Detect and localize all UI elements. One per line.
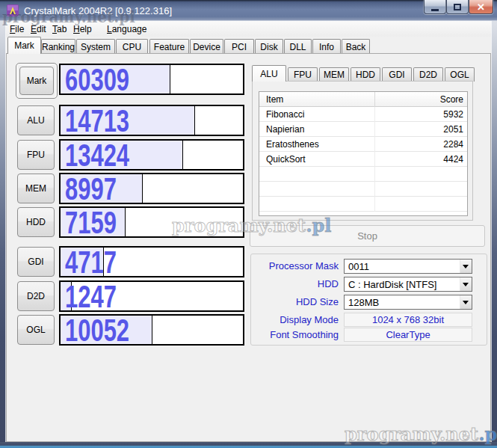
mark-button-focus-ring: Mark [16, 63, 58, 99]
table-row: Eratosthenes2284 [259, 137, 467, 152]
table-row: QuickSort4424 [259, 152, 467, 167]
col-item: Item [266, 94, 283, 105]
processor-mask-value: 0011 [348, 261, 369, 272]
row-score: 2284 [443, 139, 463, 150]
font-smoothing-label: Font Smoothing [251, 329, 339, 340]
dropdown-arrow-icon [460, 295, 472, 309]
row-score: 2051 [443, 124, 463, 135]
tab-pci[interactable]: PCI [224, 39, 254, 54]
mem-score-value: 8997 [65, 174, 117, 203]
gdi-score-bar: 4717 [59, 246, 244, 277]
hdd-button[interactable]: HDD [17, 207, 55, 237]
menu-file[interactable]: File [10, 24, 24, 34]
mark-score-value: 60309 [65, 65, 129, 93]
column-separator [374, 92, 375, 107]
column-separator [374, 197, 375, 212]
tab-dll[interactable]: DLL [284, 39, 312, 54]
close-button[interactable]: ✕ [469, 0, 493, 14]
itab-gdi[interactable]: GDI [382, 67, 412, 82]
alu-button[interactable]: ALU [17, 105, 55, 135]
itab-mem[interactable]: MEM [319, 67, 349, 82]
menu-edit[interactable]: Edit [31, 24, 46, 34]
hdd-size-value: 128MB [348, 297, 379, 308]
tab-device[interactable]: Device [190, 39, 223, 54]
d2d-score-value: 1247 [65, 282, 117, 310]
itab-ogl[interactable]: OGL [445, 67, 475, 82]
column-separator [374, 107, 375, 122]
tab-cpu[interactable]: CPU [116, 39, 148, 54]
menu-help[interactable]: Help [73, 24, 92, 34]
gdi-button[interactable]: GDI [17, 247, 55, 277]
itab-fpu[interactable]: FPU [288, 67, 318, 82]
row-item: Eratosthenes [266, 139, 319, 150]
tab-ranking[interactable]: Ranking [41, 39, 75, 54]
ogl-score-value: 10052 [65, 316, 129, 344]
menu-tab[interactable]: Tab [52, 24, 67, 34]
column-separator [374, 167, 375, 182]
column-separator [374, 182, 375, 197]
table-row-empty [259, 167, 467, 182]
tab-system[interactable]: System [76, 39, 115, 54]
menu-language[interactable]: Language [107, 24, 146, 34]
fpu-button[interactable]: FPU [17, 140, 55, 170]
mem-button[interactable]: MEM [17, 174, 55, 203]
hdd-size-combo[interactable]: 128MB [344, 295, 472, 310]
processor-mask-label: Processor Mask [251, 260, 339, 271]
window-title: CrystalMark 2004R2 [0.9.122.316] [24, 5, 172, 16]
alu-score-bar: 14713 [59, 105, 244, 136]
hdd-value: C : HardDisk [NTFS] [348, 279, 436, 290]
hdd-score-bar: 7159 [59, 206, 244, 238]
tab-back[interactable]: Back [342, 39, 370, 54]
column-separator [374, 122, 375, 137]
table-row: Napierian2051 [259, 122, 467, 137]
mark-button[interactable]: Mark [19, 67, 54, 95]
titlebar: CrystalMark 2004R2 [0.9.122.316] ✕ [0, 0, 497, 21]
d2d-score-bar: 1247 [59, 280, 244, 312]
hdd-label: HDD [251, 278, 339, 289]
row-item: Fibonacci [266, 109, 304, 120]
dropdown-arrow-icon [460, 277, 472, 291]
row-item: QuickSort [266, 154, 306, 165]
hdd-score-value: 7159 [65, 208, 117, 236]
window-frame-left [0, 21, 6, 442]
column-separator [374, 137, 375, 152]
maximize-button[interactable] [446, 0, 469, 14]
fpu-score-bar: 13424 [59, 139, 244, 171]
mark-score-bar: 60309 [59, 64, 244, 95]
font-smoothing-value: ClearType [344, 328, 472, 342]
ogl-button[interactable]: OGL [17, 315, 55, 345]
tab-mark[interactable]: Mark [7, 37, 41, 54]
itab-d2d[interactable]: D2D [413, 67, 443, 82]
settings-groupbox: Processor Mask 0011 HDD C : HardDisk [NT… [250, 254, 487, 346]
tab-disk[interactable]: Disk [255, 39, 283, 54]
minimize-icon [431, 9, 439, 11]
mark-page: Mark ALU FPU MEM HDD GDI D2D OGL 60309 1… [6, 53, 491, 442]
tab-info[interactable]: Info [312, 39, 341, 54]
table-row-empty [259, 182, 467, 197]
close-icon: ✕ [477, 1, 485, 13]
table-row: Fibonacci5932 [259, 107, 467, 122]
minimize-button[interactable] [424, 0, 446, 14]
hdd-combo[interactable]: C : HardDisk [NTFS] [344, 277, 472, 292]
row-score: 4424 [443, 154, 463, 165]
tab-feature[interactable]: Feature [149, 39, 189, 54]
app-icon [7, 4, 19, 16]
main-tabstrip: Mark Ranking System CPU Feature Device P… [6, 37, 491, 54]
dropdown-arrow-icon [460, 260, 472, 273]
row-item: Napierian [266, 124, 304, 135]
maximize-icon [454, 4, 461, 10]
alu-score-value: 14713 [65, 106, 129, 135]
stop-button[interactable]: Stop [250, 225, 485, 247]
itab-alu[interactable]: ALU [252, 65, 286, 82]
table-row-empty [259, 197, 467, 212]
window-frame-bottom [0, 442, 497, 448]
column-separator [374, 152, 375, 167]
itab-hdd[interactable]: HDD [351, 67, 380, 82]
display-mode-label: Display Mode [251, 314, 339, 325]
d2d-button[interactable]: D2D [17, 281, 55, 311]
menubar: File Edit Tab Help Language [6, 21, 491, 37]
gdi-score-value: 4717 [65, 248, 117, 276]
processor-mask-combo[interactable]: 0011 [344, 259, 472, 274]
mem-score-bar: 8997 [59, 173, 244, 204]
app-window: CrystalMark 2004R2 [0.9.122.316] ✕ File … [0, 0, 497, 448]
